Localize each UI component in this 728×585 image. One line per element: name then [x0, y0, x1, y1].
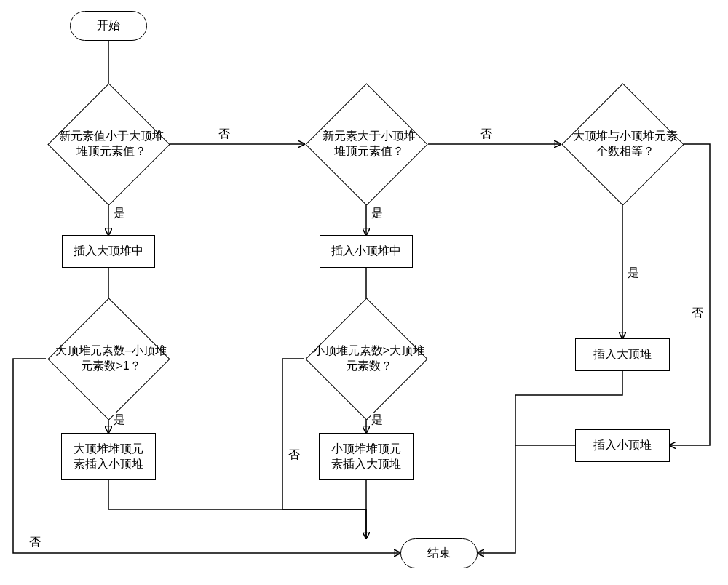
d2-line2: 元素数>1？	[55, 359, 167, 374]
d2-no-label: 否	[29, 535, 41, 550]
d2-line1: 大顶堆元素数–小顶堆	[55, 343, 167, 359]
d4-line2: 元素数？	[313, 359, 424, 374]
process-p6: 插入小顶堆	[575, 429, 670, 462]
d5-no-label: 否	[692, 306, 703, 321]
d3-line2: 堆顶元素值？	[323, 144, 416, 159]
d4-line1: 小顶堆元素数>大顶堆	[313, 343, 424, 359]
process-p5: 插入大顶堆	[575, 338, 670, 371]
end-terminator: 结束	[400, 538, 478, 568]
p6-label: 插入小顶堆	[593, 438, 652, 453]
process-p3: 插入小顶堆中	[320, 235, 413, 268]
decision-d3: 新元素大于小顶堆 堆顶元素值？	[317, 95, 415, 193]
process-p1: 插入大顶堆中	[62, 235, 155, 268]
d1-yes-label: 是	[114, 206, 125, 221]
d4-yes-label: 是	[371, 413, 383, 428]
decision-d2: 大顶堆元素数–小顶堆 元素数>1？	[59, 309, 157, 407]
decision-d5: 大顶堆与小顶堆元素 个数相等？	[573, 95, 671, 193]
d4-no-label: 否	[288, 447, 300, 463]
flowchart-canvas: 开始 新元素值小于大顶堆 堆顶元素值？ 新元素大于小顶堆 堆顶元素值？ 大顶堆与…	[0, 0, 728, 585]
start-terminator: 开始	[70, 11, 147, 41]
start-label: 开始	[97, 18, 120, 33]
d1-no-label: 否	[218, 127, 230, 142]
d3-line1: 新元素大于小顶堆	[323, 129, 416, 144]
decision-d4: 小顶堆元素数>大顶堆 元素数？	[317, 309, 415, 407]
p3-label: 插入小顶堆中	[331, 244, 401, 259]
d5-line1: 大顶堆与小顶堆元素	[573, 129, 678, 144]
d3-no-label: 否	[480, 127, 492, 142]
end-label: 结束	[427, 546, 451, 561]
p4-line2: 素插入大顶堆	[331, 457, 401, 472]
d5-yes-label: 是	[628, 266, 639, 281]
d3-yes-label: 是	[371, 206, 383, 221]
p4-line1: 小顶堆堆顶元	[331, 442, 401, 457]
p1-label: 插入大顶堆中	[74, 244, 143, 259]
p5-label: 插入大顶堆	[593, 347, 652, 362]
d5-line2: 个数相等？	[573, 144, 678, 159]
process-p4: 小顶堆堆顶元 素插入大顶堆	[319, 433, 414, 480]
p2-line2: 素插入小顶堆	[74, 457, 143, 472]
process-p2: 大顶堆堆顶元 素插入小顶堆	[61, 433, 156, 480]
d2-yes-label: 是	[114, 413, 125, 428]
d1-line2: 堆顶元素值？	[59, 144, 164, 159]
p2-line1: 大顶堆堆顶元	[74, 442, 143, 457]
decision-d1: 新元素值小于大顶堆 堆顶元素值？	[59, 95, 157, 193]
d1-line1: 新元素值小于大顶堆	[59, 129, 164, 144]
